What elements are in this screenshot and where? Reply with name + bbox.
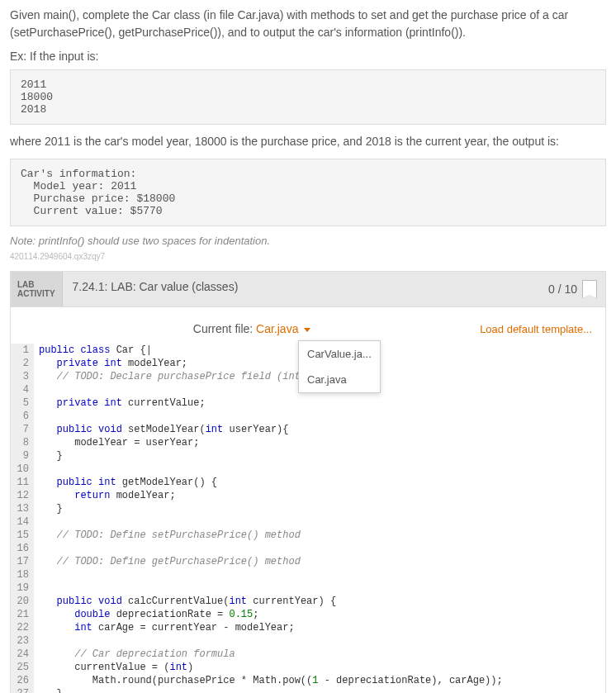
file-dropdown: CarValue.ja... Car.java	[298, 340, 381, 393]
example-label: Ex: If the input is:	[10, 50, 606, 63]
current-file-label: Current file:	[193, 322, 253, 335]
current-file-dropdown-toggle[interactable]: Car.java	[256, 322, 310, 335]
load-default-template-link[interactable]: Load default template...	[480, 323, 592, 335]
example-desc: where 2011 is the car's model year, 1800…	[10, 133, 606, 150]
problem-intro: Given main(), complete the Car class (in…	[10, 7, 606, 41]
dropdown-item-carvalue[interactable]: CarValue.ja...	[299, 341, 380, 367]
note-text: Note: printInfo() should use two spaces …	[10, 235, 606, 247]
chevron-down-icon	[304, 328, 310, 332]
example-input-block: 2011 18000 2018	[10, 69, 606, 125]
lab-header: LAB ACTIVITY 7.24.1: LAB: Car value (cla…	[11, 272, 605, 307]
dropdown-item-car[interactable]: Car.java	[299, 367, 380, 392]
lab-badge-line1: LAB	[17, 280, 55, 289]
ribbon-icon	[582, 280, 597, 298]
lab-container: LAB ACTIVITY 7.24.1: LAB: Car value (cla…	[10, 271, 606, 693]
current-file-name-text: Car.java	[256, 322, 298, 335]
line-gutter: 1234567891011121314151617181920212223242…	[11, 344, 34, 693]
lab-score: 0 / 10	[540, 272, 605, 306]
score-text: 0 / 10	[548, 282, 577, 296]
tiny-id: 420114.2949604.qx3zqy7	[10, 252, 606, 261]
lab-title: 7.24.1: LAB: Car value (classes)	[63, 272, 540, 306]
lab-badge: LAB ACTIVITY	[11, 272, 63, 306]
example-output-block: Car's information: Model year: 2011 Purc…	[10, 159, 606, 226]
lab-badge-line2: ACTIVITY	[17, 289, 55, 298]
code-content[interactable]: public class Car {| private int modelYea…	[34, 344, 574, 693]
code-editor[interactable]: 1234567891011121314151617181920212223242…	[11, 344, 605, 693]
editor-bar: Current file: Car.java Load default temp…	[11, 307, 605, 344]
